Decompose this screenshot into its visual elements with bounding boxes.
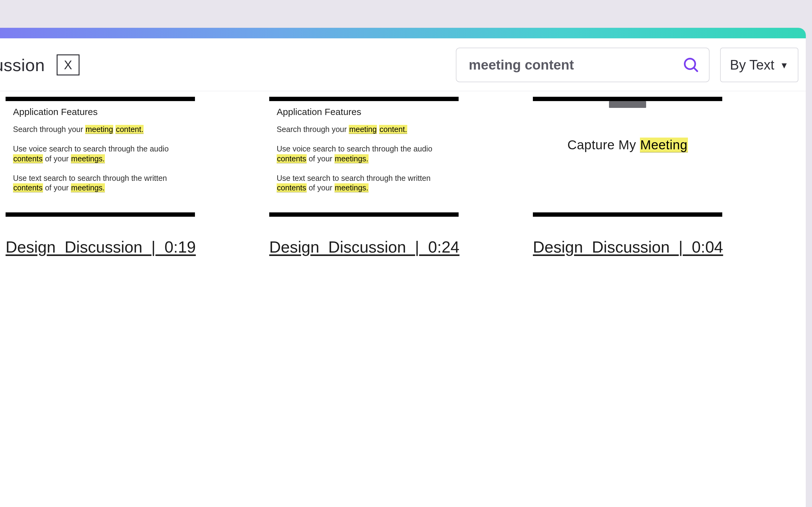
thumb-line: Use text search to search through the wr… [276, 173, 438, 193]
result-thumbnail[interactable]: Application Features Search through your… [269, 97, 459, 217]
result-link[interactable]: Design_Discussion_|_0:24 [269, 238, 459, 256]
search-input[interactable] [469, 57, 682, 73]
highlight: contents [13, 154, 43, 163]
results-grid: Application Features Search through your… [0, 91, 806, 269]
svg-line-1 [694, 68, 697, 71]
highlight: meeting [349, 125, 377, 134]
highlight: meeting [85, 125, 113, 134]
result-thumbnail[interactable]: Application Features Search through your… [6, 97, 195, 217]
highlight: meetings. [71, 154, 105, 163]
thumb-heading: Application Features [276, 107, 451, 117]
result-card: Application Features Search through your… [6, 97, 195, 256]
highlight: contents [276, 183, 307, 192]
result-card: Capture My Meeting Design_Discussion_|_0… [533, 97, 722, 256]
result-link[interactable]: Design_Discussion_|_0:04 [533, 238, 722, 256]
highlight: content. [115, 125, 144, 134]
filter-dropdown[interactable]: By Text ▼ [720, 48, 798, 82]
window-gradient-bar [0, 28, 806, 38]
thumb-line: Search through your meeting content. [276, 125, 438, 134]
thumb-title-text: Capture My Meeting [567, 137, 688, 153]
thumb-line: Use text search to search through the wr… [13, 173, 174, 193]
highlight: Meeting [640, 137, 688, 153]
close-button[interactable]: X [57, 54, 80, 75]
page-title-fragment: ussion [0, 55, 45, 75]
highlight: contents [13, 183, 43, 192]
search-box[interactable] [456, 48, 710, 82]
thumb-line: Use voice search to search through the a… [276, 144, 438, 164]
highlight: meetings. [335, 183, 368, 192]
highlight: content. [379, 125, 407, 134]
highlight: meetings. [71, 183, 105, 192]
thumb-line: Use voice search to search through the a… [13, 144, 174, 164]
filter-selected-label: By Text [730, 57, 774, 73]
result-card: Application Features Search through your… [269, 97, 459, 256]
search-icon[interactable] [682, 56, 700, 74]
highlight: contents [276, 154, 307, 163]
thumb-heading: Application Features [13, 107, 188, 117]
result-link[interactable]: Design_Discussion_|_0:19 [6, 238, 195, 256]
chevron-down-icon: ▼ [780, 61, 789, 70]
result-thumbnail[interactable]: Capture My Meeting [533, 97, 722, 217]
top-bar: ussion X By Text ▼ [0, 38, 806, 91]
thumb-address-bar [609, 101, 646, 108]
highlight: meetings. [335, 154, 368, 163]
thumb-line: Search through your meeting content. [13, 125, 174, 134]
app-window: ussion X By Text ▼ Application Features … [0, 28, 806, 507]
